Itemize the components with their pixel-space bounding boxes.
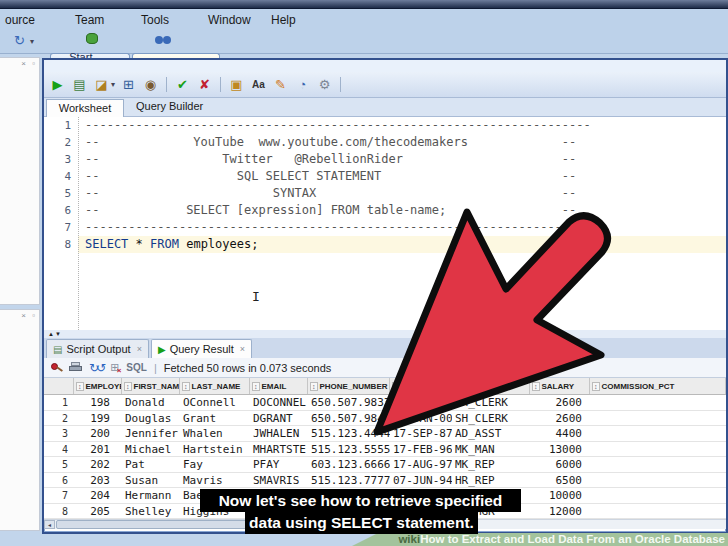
column-header-commission-pct[interactable]: ↕COMMISSION_PCT <box>590 378 726 394</box>
employee-id-cell[interactable]: 200 <box>74 426 122 441</box>
first-name-cell[interactable]: Susan <box>122 473 180 488</box>
tab-script-output[interactable]: ▤ Script Output × <box>46 339 149 358</box>
run-script-icon[interactable]: ▤ <box>71 76 88 93</box>
column-header-email[interactable]: ↕EMAIL <box>250 378 308 394</box>
autotrace-icon[interactable]: ◪ <box>93 76 110 93</box>
column-header-job-id[interactable]: ↕JOB_ID <box>452 378 530 394</box>
email-cell[interactable]: DOCONNEL <box>250 395 308 410</box>
pin-icon[interactable] <box>50 362 62 374</box>
column-header-salary[interactable]: ↕SALARY <box>530 378 590 394</box>
menu-team[interactable]: Team <box>72 12 107 28</box>
navigate-dropdown-icon[interactable]: ▾ <box>30 37 34 46</box>
table-row[interactable]: 1 198 Donald OConnell DOCONNEL 650.507.9… <box>44 395 726 411</box>
panel-splitter[interactable]: ▲▼ <box>44 330 726 338</box>
first-name-cell[interactable]: Hermann <box>122 488 180 503</box>
tab-query-builder[interactable]: Query Builder <box>136 100 203 112</box>
clear-worksheet-icon[interactable]: ✎ <box>272 76 289 93</box>
hire-date-cell[interactable]: 17-SEP-87 <box>390 426 452 441</box>
panel-close-icon[interactable]: × ▫ <box>21 59 37 68</box>
phone-cell[interactable]: 515.123.7777 <box>308 473 390 488</box>
phone-cell[interactable]: 515.123.4444 <box>308 426 390 441</box>
job-id-cell[interactable]: HR_REP <box>452 473 530 488</box>
last-name-cell[interactable]: Whalen <box>180 426 250 441</box>
print-icon[interactable] <box>69 362 82 373</box>
autotrace-dropdown-icon[interactable]: ▾ <box>111 80 115 89</box>
commission-cell[interactable] <box>590 411 726 426</box>
commission-cell[interactable] <box>590 457 726 472</box>
table-row[interactable]: 3 200 Jennifer Whalen JWHALEN 515.123.44… <box>44 426 726 442</box>
hire-date-cell[interactable]: 21-JUN-99 <box>390 395 452 410</box>
menu-help[interactable]: Help <box>268 12 299 28</box>
commission-cell[interactable] <box>590 395 726 410</box>
window-titlebar[interactable] <box>0 0 728 9</box>
salary-cell[interactable]: 2600 <box>530 395 590 410</box>
menu-window[interactable]: Window <box>205 12 254 28</box>
job-id-cell[interactable]: SH_CLERK <box>452 411 530 426</box>
salary-cell[interactable]: 13000 <box>530 442 590 457</box>
first-name-cell[interactable]: Michael <box>122 442 180 457</box>
left-navigator-panel[interactable]: × ▫ <box>0 57 40 305</box>
first-name-cell[interactable]: Donald <box>122 395 180 410</box>
job-id-cell[interactable]: MK_REP <box>452 457 530 472</box>
connections-icon[interactable] <box>86 33 98 44</box>
employee-id-cell[interactable]: 203 <box>74 473 122 488</box>
salary-cell[interactable]: 4400 <box>530 426 590 441</box>
salary-cell[interactable]: 10000 <box>530 488 590 503</box>
sql-editor[interactable]: 1 --------------------------------------… <box>44 117 726 330</box>
commission-cell[interactable] <box>590 473 726 488</box>
first-name-cell[interactable]: Jennifer <box>122 426 180 441</box>
commit-icon[interactable]: ✔ <box>174 76 191 93</box>
job-id-cell[interactable]: MK_MAN <box>452 442 530 457</box>
close-icon[interactable]: × <box>240 344 245 354</box>
table-row[interactable]: 5 202 Pat Fay PFAY 603.123.6666 17-AUG-9… <box>44 457 726 473</box>
phone-cell[interactable]: 650.507.9833 <box>308 395 390 410</box>
employee-id-cell[interactable]: 198 <box>74 395 122 410</box>
commission-cell[interactable] <box>590 442 726 457</box>
column-header-employee-id[interactable]: ↕EMPLOYEE_ID <box>74 378 122 394</box>
employee-id-cell[interactable]: 204 <box>74 488 122 503</box>
column-header-hire-date[interactable]: ↕HIRE_DATE <box>390 378 452 394</box>
email-cell[interactable]: MHARTSTE <box>250 442 308 457</box>
employee-id-cell[interactable]: 199 <box>74 411 122 426</box>
menu-source[interactable]: ource <box>2 12 38 28</box>
hire-date-cell[interactable]: 17-FEB-96 <box>390 442 452 457</box>
email-cell[interactable]: PFAY <box>250 457 308 472</box>
refresh-icon[interactable]: ↻↺ <box>89 361 103 375</box>
employee-id-cell[interactable]: 205 <box>74 504 122 519</box>
email-cell[interactable]: DGRANT <box>250 411 308 426</box>
table-row[interactable]: 2 199 Douglas Grant DGRANT 650.507.9844 … <box>44 411 726 427</box>
first-name-cell[interactable]: Pat <box>122 457 180 472</box>
salary-cell[interactable]: 6000 <box>530 457 590 472</box>
last-name-cell[interactable]: Mavris <box>180 473 250 488</box>
email-cell[interactable]: SMAVRIS <box>250 473 308 488</box>
sql-history-icon[interactable]: ◔ <box>294 76 311 93</box>
last-name-cell[interactable]: Grant <box>180 411 250 426</box>
last-name-cell[interactable]: Hartstein <box>180 442 250 457</box>
table-row[interactable]: 6 203 Susan Mavris SMAVRIS 515.123.7777 … <box>44 473 726 489</box>
table-row[interactable]: 4 201 Michael Hartstein MHARTSTE 515.123… <box>44 442 726 458</box>
sql-tuning-icon[interactable]: ◉ <box>142 76 159 93</box>
tab-worksheet[interactable]: Worksheet <box>46 99 124 117</box>
salary-cell[interactable]: 2600 <box>530 411 590 426</box>
column-header-last-name[interactable]: ↕LAST_NAME <box>180 378 250 394</box>
last-name-cell[interactable]: OConnell <box>180 395 250 410</box>
commission-cell[interactable] <box>590 488 726 503</box>
change-case-icon[interactable]: Aa <box>250 76 267 93</box>
first-name-cell[interactable]: Douglas <box>122 411 180 426</box>
phone-cell[interactable]: 603.123.6666 <box>308 457 390 472</box>
navigate-back-icon[interactable]: ↻ <box>14 33 25 48</box>
salary-cell[interactable]: 6500 <box>530 473 590 488</box>
scroll-left-icon[interactable]: ◂ <box>44 520 55 529</box>
hire-date-cell[interactable]: 07-JUN-94 <box>390 473 452 488</box>
explain-plan-icon[interactable]: ⊞ <box>120 76 137 93</box>
salary-cell[interactable]: 12000 <box>530 504 590 519</box>
employee-id-cell[interactable]: 201 <box>74 442 122 457</box>
first-name-cell[interactable]: Shelley <box>122 504 180 519</box>
close-icon[interactable]: × <box>137 344 142 354</box>
column-header-first-name[interactable]: ↕FIRST_NAME <box>122 378 180 394</box>
find-binoculars-icon[interactable] <box>155 36 163 44</box>
panel-close-icon[interactable]: × ▫ <box>21 311 37 320</box>
hire-date-cell[interactable]: 17-AUG-97 <box>390 457 452 472</box>
phone-cell[interactable]: 650.507.9844 <box>308 411 390 426</box>
tab-query-result[interactable]: ▶ Query Result × <box>151 339 252 358</box>
